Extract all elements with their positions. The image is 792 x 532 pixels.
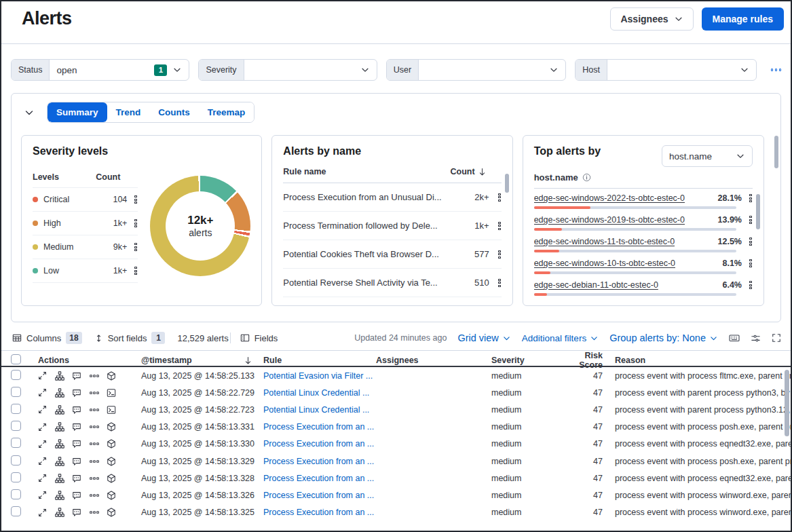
row-checkbox[interactable]	[11, 506, 21, 516]
group-alerts-by-button[interactable]: Group alerts by: None	[609, 332, 718, 343]
row-actions-icon[interactable]	[749, 237, 753, 246]
expand-alert-icon[interactable]	[38, 440, 47, 449]
comment-icon[interactable]	[72, 388, 81, 398]
rule-name[interactable]: Process Termination followed by Dele...	[283, 221, 449, 231]
row-actions-icon[interactable]	[497, 221, 502, 231]
more-actions-icon[interactable]	[90, 508, 99, 517]
analyze-event-icon[interactable]	[55, 422, 64, 432]
analyze-event-icon[interactable]	[55, 474, 64, 483]
col-reason[interactable]: Reason	[605, 356, 791, 365]
rule-name[interactable]: Potential Reverse Shell Activity via Te.…	[283, 278, 449, 288]
more-actions-icon[interactable]	[90, 474, 99, 483]
row-checkbox[interactable]	[11, 404, 21, 414]
row-actions-icon[interactable]	[134, 242, 138, 252]
row-actions-icon[interactable]	[749, 259, 753, 268]
table-scrollbar[interactable]	[785, 370, 789, 436]
tab-summary[interactable]: Summary	[48, 102, 107, 122]
assignees-button[interactable]: Assignees	[610, 7, 693, 31]
row-checkbox[interactable]	[11, 387, 21, 397]
analyze-event-icon[interactable]	[55, 439, 64, 449]
expand-alert-icon[interactable]	[38, 405, 47, 414]
host-name[interactable]: edge-sec-windows-2022-ts-obtc-estec-0	[534, 193, 685, 203]
expand-alert-icon[interactable]	[38, 508, 47, 517]
comment-icon[interactable]	[72, 371, 81, 381]
col-severity[interactable]: Severity	[491, 356, 562, 365]
comment-icon[interactable]	[72, 474, 81, 483]
scrollbar[interactable]	[505, 174, 509, 193]
process-event-icon[interactable]	[107, 457, 116, 466]
comment-icon[interactable]	[72, 405, 81, 415]
tab-trend[interactable]: Trend	[107, 102, 150, 122]
process-event-icon[interactable]	[107, 474, 116, 483]
fullscreen-icon[interactable]	[772, 333, 781, 343]
keyboard-shortcuts-icon[interactable]	[729, 332, 740, 343]
rule-name[interactable]: Process Execution from an Unusual Di...	[283, 192, 449, 202]
row-checkbox[interactable]	[11, 421, 21, 431]
sort-fields-button[interactable]: Sort fields 1	[94, 332, 166, 344]
tab-counts[interactable]: Counts	[149, 102, 199, 122]
row-actions-icon[interactable]	[749, 193, 753, 203]
comment-icon[interactable]	[72, 457, 81, 466]
severity-donut-chart[interactable]: 12k+ alerts	[150, 176, 250, 276]
section-scrollbar[interactable]	[774, 136, 778, 168]
analyze-event-icon[interactable]	[55, 405, 64, 415]
row-checkbox[interactable]	[11, 472, 21, 482]
status-filter[interactable]: Status open 1	[11, 59, 189, 81]
host-name[interactable]: edge-sec-debian-11-obtc-estec-0	[534, 280, 658, 290]
expand-alert-icon[interactable]	[38, 474, 47, 482]
more-actions-icon[interactable]	[90, 371, 99, 381]
analyze-event-icon[interactable]	[55, 388, 64, 398]
analyze-event-icon[interactable]	[55, 491, 64, 500]
row-actions-icon[interactable]	[497, 193, 502, 202]
row-checkbox[interactable]	[11, 489, 21, 499]
terminal-event-icon[interactable]	[107, 388, 116, 398]
more-actions-icon[interactable]	[90, 457, 99, 466]
alert-rule-link[interactable]: Potential Evasion via Filter ...	[263, 371, 376, 381]
row-checkbox[interactable]	[11, 370, 21, 380]
rule-name[interactable]: Potential Cookies Theft via Browser D...	[283, 249, 449, 259]
analyze-event-icon[interactable]	[55, 457, 64, 466]
alert-rule-link[interactable]: Process Execution from an ...	[263, 491, 376, 500]
expand-alert-icon[interactable]	[38, 371, 47, 380]
host-filter[interactable]: Host	[575, 59, 756, 81]
info-icon[interactable]	[582, 173, 591, 182]
grid-view-button[interactable]: Grid view	[457, 332, 510, 343]
top-alerts-field-select[interactable]: host.name	[662, 145, 753, 167]
columns-button[interactable]: Columns 18	[12, 332, 82, 344]
comment-icon[interactable]	[72, 422, 81, 432]
additional-filters-button[interactable]: Additional filters	[522, 333, 599, 343]
comment-icon[interactable]	[72, 439, 81, 449]
process-event-icon[interactable]	[107, 491, 116, 500]
count-col[interactable]: Count	[451, 167, 475, 176]
tab-treemap[interactable]: Treemap	[199, 102, 254, 122]
alert-rule-link[interactable]: Potential Linux Credential ...	[263, 388, 376, 398]
comment-icon[interactable]	[72, 491, 81, 500]
expand-alert-icon[interactable]	[38, 423, 47, 432]
host-name[interactable]: edge-sec-windows-2019-ts-obtc-estec-0	[534, 215, 685, 225]
row-actions-icon[interactable]	[749, 280, 753, 290]
more-actions-icon[interactable]	[90, 422, 99, 432]
col-rule[interactable]: Rule	[263, 356, 376, 365]
more-actions-icon[interactable]	[90, 439, 99, 449]
process-event-icon[interactable]	[107, 439, 116, 449]
expand-alert-icon[interactable]	[38, 491, 47, 499]
row-actions-icon[interactable]	[749, 215, 753, 225]
alert-rule-link[interactable]: Process Execution from an ...	[263, 508, 376, 517]
process-event-icon[interactable]	[107, 371, 116, 381]
expand-alert-icon[interactable]	[38, 388, 47, 397]
scrollbar[interactable]	[756, 194, 760, 229]
col-timestamp[interactable]: @timestamp	[141, 356, 192, 365]
row-checkbox[interactable]	[11, 455, 21, 466]
alert-rule-link[interactable]: Process Execution from an ...	[263, 422, 376, 432]
col-assignees[interactable]: Assignees	[376, 356, 491, 365]
row-checkbox[interactable]	[11, 438, 21, 448]
analyze-event-icon[interactable]	[55, 508, 64, 517]
select-all-checkbox[interactable]	[11, 354, 21, 364]
manage-rules-button[interactable]: Manage rules	[702, 7, 784, 31]
comment-icon[interactable]	[72, 508, 81, 517]
row-actions-icon[interactable]	[134, 218, 138, 228]
user-filter[interactable]: User	[386, 59, 566, 81]
terminal-event-icon[interactable]	[107, 405, 116, 415]
analyze-event-icon[interactable]	[55, 371, 64, 381]
severity-filter[interactable]: Severity	[198, 59, 377, 81]
